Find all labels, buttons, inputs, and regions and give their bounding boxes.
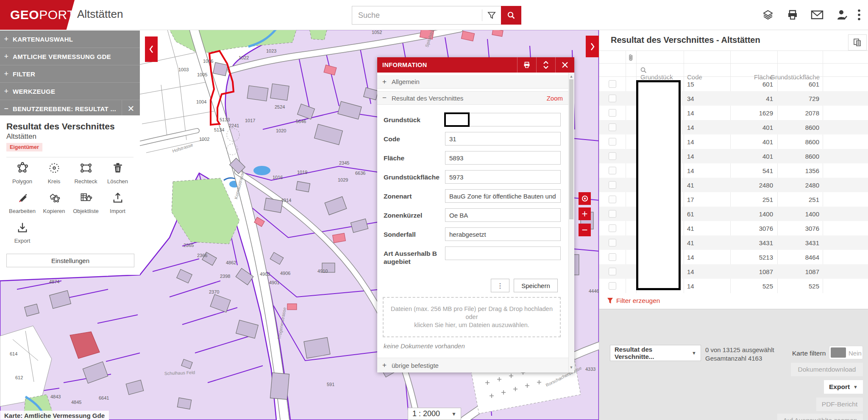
sidebar-section-2[interactable]: +AMTLICHE VERMESSUNG GDE	[0, 48, 140, 65]
table-filter-row[interactable]	[599, 63, 868, 77]
dokumentdownload-button[interactable]: Dokumentdownload	[791, 363, 863, 376]
cell-flaeche: 401	[730, 124, 777, 131]
polygon-tool-button[interactable]: Polygon	[6, 162, 38, 185]
row-checkbox[interactable]	[609, 253, 616, 261]
kebab-menu-icon[interactable]	[854, 8, 865, 22]
bearbeiten-tool-button[interactable]: Bearbeiten	[6, 191, 38, 214]
layers-icon[interactable]	[761, 8, 775, 22]
cell-code: 14	[684, 153, 730, 160]
map-pan-left-button[interactable]	[145, 36, 158, 62]
field-input-8[interactable]	[445, 246, 561, 260]
row-checkbox[interactable]	[609, 224, 616, 232]
kreis-tool-button[interactable]: Kreis	[38, 162, 70, 185]
layer-panel-subtitle: Altstätten	[6, 132, 134, 141]
row-checkbox[interactable]	[609, 152, 616, 160]
dialog-header[interactable]: INFORMATION	[377, 57, 574, 73]
export-tool-button[interactable]: Export	[6, 221, 38, 244]
svg-text:1004: 1004	[196, 99, 206, 104]
row-checkbox[interactable]	[609, 95, 616, 102]
field-label-6: Zonenkürzel	[384, 211, 443, 219]
create-filter-link[interactable]: Filter erzeugen	[607, 297, 660, 305]
user-check-icon[interactable]	[835, 8, 849, 22]
detach-panel-button[interactable]	[848, 34, 867, 50]
loeschen-tool-button[interactable]: Löschen	[102, 162, 134, 185]
export-button[interactable]: Export▼	[824, 380, 863, 394]
redaction-box	[444, 112, 470, 127]
field-input-4[interactable]: 5973	[445, 170, 561, 184]
field-input-3[interactable]: 5893	[445, 151, 561, 165]
close-icon[interactable]: ✕	[122, 100, 140, 117]
sidebar-section-1[interactable]: +KARTENAUSWAHL	[0, 31, 140, 48]
cell-grundstueckflaeche: 3076	[777, 225, 823, 232]
svg-text:1002: 1002	[199, 137, 209, 142]
chevron-down-icon: ▼	[692, 350, 696, 356]
cell-flaeche: 601	[730, 81, 777, 88]
locate-button[interactable]	[579, 192, 591, 205]
mail-icon[interactable]	[810, 8, 824, 22]
field-input-6[interactable]: Oe BA	[445, 208, 561, 222]
search-input[interactable]	[352, 11, 482, 20]
result-layer-dropdown[interactable]: Resultat des Verschnitte... ▼	[610, 345, 701, 361]
svg-text:1003: 1003	[178, 67, 189, 72]
expand-vertical-icon[interactable]	[536, 57, 555, 73]
map-pan-right-button[interactable]	[586, 36, 599, 57]
app-logo[interactable]: GEOPORTAL	[0, 0, 75, 30]
kopieren-tool-button[interactable]: Kopieren	[38, 191, 70, 214]
field-input-7[interactable]: herabgesetzt	[445, 227, 561, 241]
cell-code: 61	[684, 210, 730, 218]
sidebar-section-4[interactable]: +WERKZEUGE	[0, 83, 140, 100]
rechteck-icon	[80, 162, 92, 176]
row-checkbox[interactable]	[609, 123, 616, 131]
field-input-5[interactable]: BauG Zone für öffentliche Bauten und	[445, 189, 561, 203]
row-checkbox[interactable]	[609, 268, 616, 275]
row-checkbox[interactable]	[609, 138, 616, 146]
search-button[interactable]	[501, 6, 521, 25]
scroll-down-icon[interactable]: ▼	[569, 365, 573, 370]
sidebar-section-5[interactable]: −BENUTZEREBENE: RESULTAT ...✕	[0, 100, 140, 118]
cell-code: 41	[684, 239, 730, 246]
row-checkbox[interactable]	[609, 167, 616, 174]
cell-flaeche: 251	[730, 196, 777, 203]
sidebar-section-3[interactable]: +FILTER	[0, 65, 140, 83]
cell-grundstueckflaeche: 1400	[777, 210, 823, 218]
dialog-section-resultat[interactable]: − Resultat des Verschnittes Zoom	[377, 91, 569, 105]
zoom-link[interactable]: Zoom	[547, 95, 563, 102]
row-checkbox[interactable]	[609, 239, 616, 246]
print-icon[interactable]	[785, 8, 800, 22]
print-icon[interactable]	[517, 57, 536, 73]
row-checkbox[interactable]	[609, 80, 616, 88]
row-checkbox[interactable]	[609, 210, 616, 218]
auf-ausgew-hlte-zoomen-button[interactable]: Auf Ausgewählte zoomen	[777, 414, 863, 420]
objektliste-tool-button[interactable]: Objektliste	[70, 191, 102, 214]
row-checkbox[interactable]	[609, 109, 616, 117]
search-icon	[640, 67, 647, 75]
pdf-bericht-button[interactable]: PDF-Bericht	[816, 398, 863, 411]
svg-text:1017: 1017	[245, 118, 255, 123]
cell-flaeche: 3076	[730, 225, 777, 232]
scrollbar-thumb[interactable]	[569, 79, 573, 219]
scroll-up-icon[interactable]: ▲	[569, 74, 573, 78]
settings-button[interactable]: Einstellungen	[6, 254, 134, 267]
dialog-section-uebrige-befestigte[interactable]: + übrige befestigte	[377, 358, 569, 372]
rechteck-tool-button[interactable]: Rechteck	[70, 162, 102, 185]
close-icon[interactable]	[555, 57, 574, 73]
field-input-2[interactable]: 31	[445, 132, 561, 146]
save-button[interactable]: Speichern	[514, 279, 558, 292]
svg-text:1019: 1019	[297, 170, 307, 175]
file-dropzone[interactable]: Dateien (max. 256 MB pro File) per Drag …	[383, 297, 561, 337]
button-label: Export	[829, 383, 850, 391]
dialog-section-allgemein[interactable]: + Allgemein	[377, 75, 569, 89]
field-label-2: Code	[384, 135, 443, 143]
row-checkbox[interactable]	[609, 181, 616, 189]
row-checkbox[interactable]	[609, 282, 616, 290]
zoom-in-button[interactable]: +	[579, 207, 591, 220]
svg-text:2524: 2524	[275, 104, 285, 109]
zoom-out-button[interactable]: −	[579, 224, 591, 236]
import-tool-button[interactable]: Import	[102, 191, 134, 214]
map-scale-select[interactable]: 1 : 2000 ▼	[408, 408, 461, 420]
more-options-button[interactable]: ⋮	[491, 279, 509, 292]
search-filter-funnel-icon[interactable]	[482, 6, 501, 24]
field-label-3: Fläche	[384, 154, 443, 162]
row-checkbox[interactable]	[609, 196, 616, 203]
cell-code: 14	[684, 124, 730, 131]
